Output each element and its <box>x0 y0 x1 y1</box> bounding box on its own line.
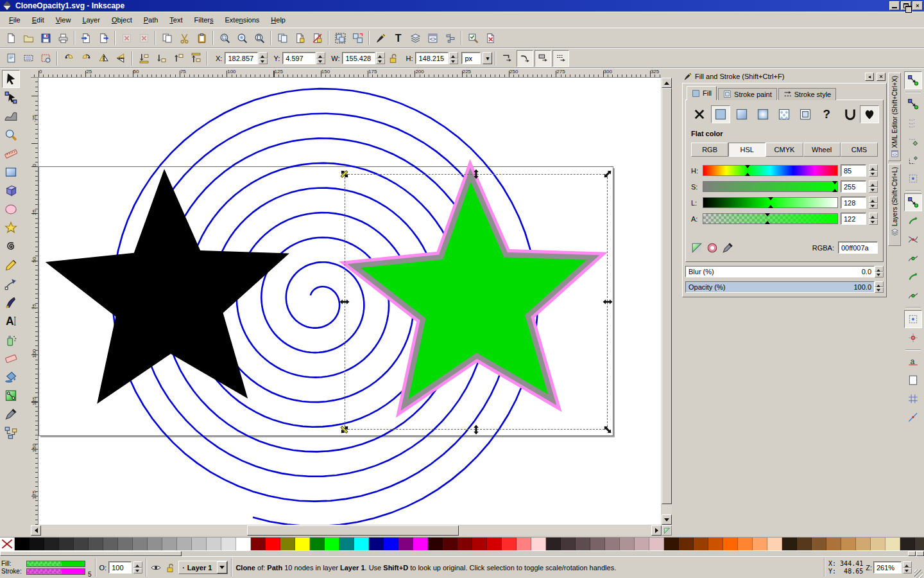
stroke-swatch[interactable] <box>26 568 85 575</box>
palette-swatch[interactable] <box>118 538 133 550</box>
tool-gradient-button[interactable] <box>2 387 20 405</box>
object-opacity-field[interactable]: 100 <box>108 561 132 574</box>
copy-button[interactable] <box>158 30 175 46</box>
y-spinner[interactable] <box>316 52 325 64</box>
x-field[interactable]: 182.857 <box>225 52 258 64</box>
tool-measure-button[interactable] <box>2 144 20 162</box>
blur-slider[interactable]: Blur (%) 0.0 <box>685 266 875 277</box>
menu-item[interactable]: File <box>4 13 26 26</box>
scroll-up-button[interactable] <box>662 78 672 88</box>
tool-text-button[interactable] <box>2 312 20 330</box>
lock-ratio-button[interactable] <box>386 50 400 67</box>
fill-stroke-dialog-button[interactable] <box>372 30 389 46</box>
palette-swatch[interactable] <box>89 538 103 550</box>
palette-swatch[interactable] <box>177 538 192 550</box>
canvas[interactable] <box>38 78 661 525</box>
h-field[interactable]: 148.215 <box>415 52 449 64</box>
selection-handle-n[interactable] <box>471 169 481 179</box>
palette-swatch[interactable] <box>679 538 694 550</box>
palette-swatch[interactable] <box>605 538 620 550</box>
zoom-drawing-button[interactable] <box>234 30 250 46</box>
align-dialog-button[interactable] <box>441 30 458 46</box>
selection-handle-e[interactable] <box>603 297 613 307</box>
palette-scroll-left-button[interactable] <box>908 551 916 556</box>
redo-button[interactable] <box>135 30 152 46</box>
open-document-button[interactable] <box>20 30 37 46</box>
vacuum-defs-button[interactable] <box>482 30 499 46</box>
palette-swatch[interactable] <box>886 538 900 550</box>
close-button[interactable]: × <box>912 1 923 10</box>
palette-swatch[interactable] <box>0 538 15 550</box>
snap-bbox-edges-toggle[interactable] <box>904 114 922 132</box>
ungroup-button[interactable] <box>349 30 366 46</box>
palette-swatch[interactable] <box>15 538 30 550</box>
fill-rule-nonzero-button[interactable] <box>841 105 860 123</box>
slider-spinner[interactable] <box>869 180 878 193</box>
snap-bbox-centers-toggle[interactable] <box>904 170 922 188</box>
rgba-field[interactable]: 00ff007a <box>838 241 878 254</box>
hsl-tab[interactable]: HSL <box>728 143 766 157</box>
palette-swatch[interactable] <box>590 538 605 550</box>
palette-swatch[interactable] <box>812 538 826 550</box>
menu-item[interactable]: Path <box>139 13 164 26</box>
fill-linear-gradient-button[interactable] <box>732 105 751 123</box>
menu-item[interactable]: Text <box>164 13 187 26</box>
palette-swatch[interactable] <box>753 538 767 550</box>
slider-spinner[interactable] <box>869 213 878 225</box>
xml-editor-button[interactable] <box>424 30 441 46</box>
palette-swatch[interactable] <box>384 538 398 550</box>
tool-dropper-button[interactable] <box>2 405 20 423</box>
palette-swatch[interactable] <box>398 538 413 550</box>
palette-swatch[interactable] <box>782 538 797 550</box>
palette-swatch[interactable] <box>30 538 44 550</box>
tab-stroke-style[interactable]: Stroke style <box>778 88 836 100</box>
dock-collapse-button[interactable]: ◂ <box>865 73 874 81</box>
import-button[interactable] <box>78 30 94 46</box>
print-button[interactable] <box>55 30 71 46</box>
select-all-button[interactable] <box>3 50 19 67</box>
units-dropdown[interactable]: px <box>461 52 481 64</box>
blur-spinner[interactable] <box>875 266 884 277</box>
snap-midpoints-toggle[interactable] <box>904 286 922 304</box>
object-opacity-spinner[interactable] <box>133 561 142 574</box>
menu-item[interactable]: Object <box>107 13 137 26</box>
menu-item[interactable]: Extensions <box>220 13 265 26</box>
tool-calligraphy-button[interactable] <box>2 293 20 311</box>
slider-value-field[interactable]: 128 <box>841 197 866 209</box>
fill-pattern-button[interactable] <box>774 105 794 123</box>
snap-text-baselines-toggle[interactable] <box>904 353 922 371</box>
palette-swatch[interactable] <box>74 538 89 550</box>
snap-grids-toggle[interactable] <box>904 390 922 408</box>
palette-swatch[interactable] <box>251 538 266 550</box>
palette-swatch[interactable] <box>546 538 561 550</box>
xml-editor-tab[interactable]: XML Editor (Shift+Ctrl+X) <box>888 73 901 161</box>
palette-swatch[interactable] <box>103 538 118 550</box>
palette-swatch[interactable] <box>517 538 531 550</box>
opacity-spinner[interactable] <box>875 281 884 293</box>
fill-unknown-button[interactable] <box>817 105 836 123</box>
snap-nodes-toggle[interactable] <box>904 193 922 211</box>
menu-item[interactable]: Help <box>266 13 291 26</box>
vertical-scrollbar[interactable] <box>662 78 672 525</box>
palette-swatch[interactable] <box>44 538 59 550</box>
fill-radial-gradient-button[interactable] <box>753 105 773 123</box>
stroke-width-value[interactable]: 5 <box>88 571 92 578</box>
palette-swatch[interactable] <box>472 538 487 550</box>
cmyk-tab[interactable]: CMYK <box>766 143 803 157</box>
enable-snap-toggle[interactable] <box>904 71 922 89</box>
y-field[interactable]: 4.597 <box>282 52 316 64</box>
unlink-clone-button[interactable] <box>309 30 325 46</box>
menu-item[interactable]: Edit <box>27 13 49 26</box>
dock-close-button[interactable]: ✕ <box>877 73 886 81</box>
group-button[interactable] <box>332 30 348 46</box>
palette-swatch[interactable] <box>708 538 723 550</box>
fill-swatch[interactable] <box>26 561 85 567</box>
palette-swatch[interactable] <box>487 538 502 550</box>
snap-object-centers-toggle[interactable] <box>904 310 922 328</box>
layers-dialog-button[interactable] <box>407 30 424 46</box>
palette-scroll-right-button[interactable] <box>916 551 924 556</box>
fill-rule-evenodd-button[interactable] <box>860 105 879 123</box>
cut-button[interactable] <box>176 30 193 46</box>
palette-swatch[interactable] <box>369 538 384 550</box>
palette-swatch[interactable] <box>192 538 207 550</box>
